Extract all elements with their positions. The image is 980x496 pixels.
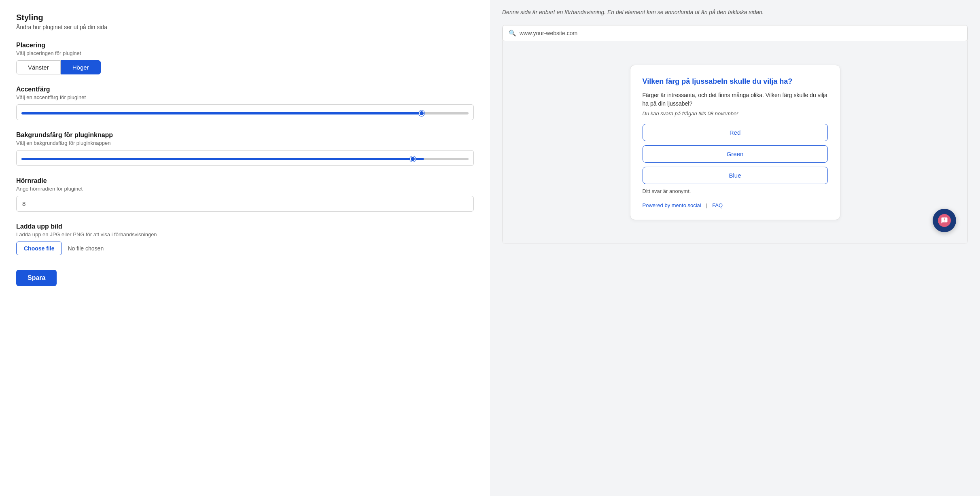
placement-buttons: Vänster Höger <box>16 60 474 74</box>
file-upload-row: Choose file No file chosen <box>16 242 474 255</box>
preview-area: Vilken färg på ljussabeln skulle du vilj… <box>503 41 967 244</box>
placement-right-button[interactable]: Höger <box>61 60 101 74</box>
page-title: Styling <box>16 13 474 22</box>
accent-color-hint: Välj en accentfärg för pluginet <box>16 94 474 100</box>
placement-hint: Välj placeringen för pluginet <box>16 50 474 56</box>
no-file-text: No file chosen <box>68 245 104 252</box>
border-radius-label: Hörnradie <box>16 177 474 184</box>
accent-color-label: Accentfärg <box>16 86 474 93</box>
placement-left-button[interactable]: Vänster <box>16 60 61 74</box>
chat-icon <box>941 217 948 224</box>
styling-header: Styling Ändra hur pluginet ser ut på din… <box>16 13 474 30</box>
poll-description: Färger är intressanta, och det finns mån… <box>643 91 828 108</box>
poll-option-red[interactable]: Red <box>643 124 828 141</box>
placement-label: Placering <box>16 42 474 49</box>
accent-color-slider-container <box>16 104 474 120</box>
bg-color-slider-container <box>16 150 474 166</box>
upload-hint: Ladda upp en JPG eller PNG för att visa … <box>16 231 474 237</box>
footer-separator: | <box>706 202 707 208</box>
placement-group: Placering Välj placeringen för pluginet … <box>16 42 474 74</box>
bg-color-group: Bakgrundsfärg för pluginknapp Välj en ba… <box>16 131 474 166</box>
poll-anonymous-text: Ditt svar är anonymt. <box>643 188 828 194</box>
choose-file-button[interactable]: Choose file <box>16 242 62 255</box>
browser-wrapper: 🔍 www.your-website.com Vilken färg på lj… <box>502 25 968 244</box>
upload-group: Ladda upp bild Ladda upp en JPG eller PN… <box>16 223 474 255</box>
poll-question: Vilken färg på ljussabeln skulle du vilj… <box>643 76 828 87</box>
faq-link[interactable]: FAQ <box>712 202 723 208</box>
accent-color-slider[interactable] <box>21 112 469 114</box>
bg-color-hint: Välj en bakgrundsfärg för pluginknappen <box>16 140 474 146</box>
border-radius-group: Hörnradie Ange hörnradien för pluginet <box>16 177 474 212</box>
floating-btn-inner <box>938 214 951 227</box>
poll-card: Vilken färg på ljussabeln skulle du vilj… <box>630 65 840 220</box>
upload-label: Ladda upp bild <box>16 223 474 230</box>
powered-by-link[interactable]: Powered by mento.social <box>643 202 701 208</box>
browser-bar: 🔍 www.your-website.com <box>503 25 967 41</box>
poll-option-green[interactable]: Green <box>643 145 828 163</box>
poll-deadline: Du kan svara på frågan tills 08 november <box>643 110 828 117</box>
bg-color-label: Bakgrundsfärg för pluginknapp <box>16 131 474 139</box>
poll-footer: Powered by mento.social | FAQ <box>643 202 828 208</box>
browser-url: www.your-website.com <box>520 30 577 36</box>
border-radius-input[interactable] <box>16 196 474 212</box>
right-panel: Denna sida är enbart en förhandsvisning.… <box>490 0 980 496</box>
save-button[interactable]: Spara <box>16 270 57 286</box>
floating-plugin-button[interactable] <box>933 209 956 232</box>
bg-color-slider[interactable] <box>21 158 469 160</box>
left-panel: Styling Ändra hur pluginet ser ut på din… <box>0 0 490 496</box>
accent-color-group: Accentfärg Välj en accentfärg för plugin… <box>16 86 474 120</box>
preview-notice: Denna sida är enbart en förhandsvisning.… <box>502 8 777 17</box>
poll-option-blue[interactable]: Blue <box>643 167 828 184</box>
page-subtitle: Ändra hur pluginet ser ut på din sida <box>16 24 474 30</box>
search-icon: 🔍 <box>509 30 516 37</box>
border-radius-hint: Ange hörnradien för pluginet <box>16 186 474 192</box>
